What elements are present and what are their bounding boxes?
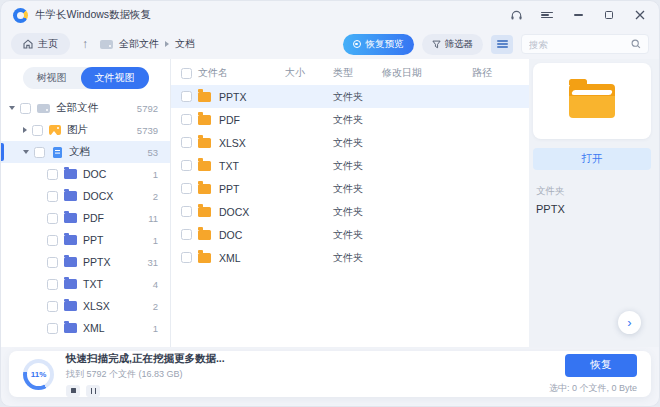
tree-item-pptx[interactable]: PPTX 31: [1, 251, 170, 273]
column-header-name[interactable]: 文件名: [198, 66, 285, 80]
checkbox[interactable]: [181, 114, 192, 125]
pause-scan-button[interactable]: [86, 385, 100, 397]
checkbox[interactable]: [181, 252, 192, 263]
caret-right-icon[interactable]: [23, 127, 27, 133]
tree-item-ppt[interactable]: PPT 1: [1, 229, 170, 251]
checkbox[interactable]: [32, 125, 43, 136]
table-row[interactable]: TXT 文件夹: [171, 154, 529, 177]
file-type: 文件夹: [333, 136, 358, 150]
checkbox[interactable]: [47, 169, 58, 180]
folder-icon: [64, 257, 77, 267]
navigate-up-icon[interactable]: ↑: [82, 37, 88, 51]
tree-item-count: 1: [153, 323, 158, 334]
file-type: 文件夹: [333, 113, 358, 127]
checkbox[interactable]: [181, 91, 192, 102]
checkbox[interactable]: [181, 160, 192, 171]
next-page-button[interactable]: ›: [618, 311, 641, 334]
checkbox[interactable]: [34, 147, 45, 158]
home-icon: [23, 39, 33, 49]
preview-file-name: PPTX: [533, 203, 651, 215]
tree-item-label: 图片: [67, 123, 88, 137]
table-row[interactable]: DOC 文件夹: [171, 223, 529, 246]
checkbox[interactable]: [47, 301, 58, 312]
checkbox[interactable]: [47, 213, 58, 224]
file-name: PPT: [219, 183, 239, 195]
sidebar: 树视图 文件视图 全部文件 5792 图片 5739 文: [1, 59, 171, 347]
file-name: DOCX: [219, 206, 249, 218]
tree-item-label: PDF: [83, 212, 104, 224]
column-header-size[interactable]: 大小: [285, 66, 333, 80]
scan-status-message: 快速扫描完成,正在挖掘更多数据...: [66, 352, 225, 366]
minimize-button[interactable]: [571, 8, 585, 22]
home-button[interactable]: 主页: [11, 33, 70, 55]
recover-button[interactable]: 恢复: [565, 354, 637, 377]
tree-item-xlsx[interactable]: XLSX 2: [1, 295, 170, 317]
breadcrumb: 全部文件 文档: [100, 37, 195, 51]
column-header-date[interactable]: 修改日期: [382, 66, 472, 80]
caret-down-icon[interactable]: [23, 150, 29, 154]
support-headset-icon[interactable]: [509, 8, 523, 22]
app-window: 牛学长Windows数据恢复 主页 ↑ 全部文件 文档: [0, 0, 660, 407]
table-row[interactable]: PPT 文件夹: [171, 177, 529, 200]
image-icon: [49, 125, 61, 135]
status-bar: 11% 快速扫描完成,正在挖掘更多数据... 找到 5792 个文件 (16.8…: [1, 347, 659, 406]
scan-found-summary: 找到 5792 个文件 (16.83 GB): [66, 368, 225, 381]
select-all-checkbox[interactable]: [181, 68, 192, 79]
tree-item-pictures[interactable]: 图片 5739: [1, 119, 170, 141]
checkbox[interactable]: [47, 257, 58, 268]
checkbox[interactable]: [181, 137, 192, 148]
folder-icon: [64, 169, 77, 179]
filter-label: 筛选器: [445, 38, 474, 51]
tree-item-all-files[interactable]: 全部文件 5792: [1, 97, 170, 119]
tree-item-label: XLSX: [83, 300, 110, 312]
tree-item-count: 2: [153, 191, 158, 202]
breadcrumb-root[interactable]: 全部文件: [119, 37, 159, 51]
tree-item-pdf[interactable]: PDF 11: [1, 207, 170, 229]
open-button[interactable]: 打开: [533, 148, 651, 170]
column-header-path[interactable]: 路径: [472, 66, 523, 80]
checkbox[interactable]: [181, 183, 192, 194]
table-row[interactable]: PPTX 文件夹: [171, 85, 529, 108]
tree-item-documents[interactable]: 文档 53: [1, 141, 170, 163]
list-icon: [497, 39, 508, 50]
checkbox[interactable]: [47, 191, 58, 202]
search-box: [521, 34, 649, 54]
table-row[interactable]: PDF 文件夹: [171, 108, 529, 131]
tab-file-view[interactable]: 文件视图: [81, 67, 149, 89]
table-row[interactable]: DOCX 文件夹: [171, 200, 529, 223]
selection-summary: 选中: 0 个文件, 0 Byte: [549, 382, 637, 395]
checkbox[interactable]: [181, 206, 192, 217]
column-header-type[interactable]: 类型: [333, 66, 358, 80]
tree-item-label: PPTX: [83, 256, 110, 268]
home-label: 主页: [38, 37, 58, 51]
tree-item-count: 53: [147, 147, 158, 158]
close-button[interactable]: [633, 8, 647, 22]
recovery-preview-toggle[interactable]: 恢复预览: [343, 34, 414, 55]
menu-icon[interactable]: [540, 8, 554, 22]
table-header: 文件名 大小 类型 修改日期 路径: [171, 61, 529, 85]
file-name: DOC: [219, 229, 242, 241]
maximize-button[interactable]: [602, 8, 616, 22]
checkbox[interactable]: [20, 103, 31, 114]
tree-item-doc[interactable]: DOC 1: [1, 163, 170, 185]
search-icon[interactable]: [631, 39, 641, 49]
stop-scan-button[interactable]: [66, 385, 80, 397]
titlebar: 牛学长Windows数据恢复: [1, 1, 659, 29]
tab-tree-view[interactable]: 树视图: [23, 67, 81, 89]
table-row[interactable]: XML 文件夹: [171, 246, 529, 269]
tree-item-count: 5792: [137, 103, 158, 114]
checkbox[interactable]: [47, 279, 58, 290]
list-view-toggle[interactable]: [491, 35, 513, 54]
search-input[interactable]: [529, 39, 631, 50]
checkbox[interactable]: [181, 229, 192, 240]
tree-item-docx[interactable]: DOCX 2: [1, 185, 170, 207]
checkbox[interactable]: [47, 235, 58, 246]
file-table: 文件名 大小 类型 修改日期 路径 PPTX 文件夹 PDF 文件夹: [171, 59, 529, 347]
filter-button[interactable]: 筛选器: [422, 34, 484, 55]
tree-item-txt[interactable]: TXT 4: [1, 273, 170, 295]
radio-icon: [353, 40, 361, 48]
checkbox[interactable]: [47, 323, 58, 334]
table-row[interactable]: XLSX 文件夹: [171, 131, 529, 154]
tree-item-xml[interactable]: XML 1: [1, 317, 170, 339]
caret-down-icon[interactable]: [9, 106, 15, 110]
